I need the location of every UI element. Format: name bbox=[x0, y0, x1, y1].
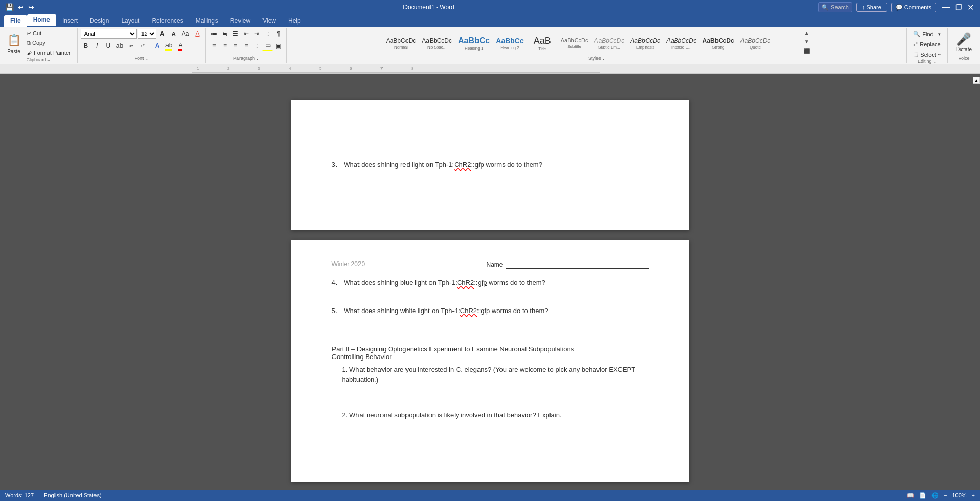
zoom-minus-button[interactable]: − bbox=[944, 492, 947, 498]
align-left-button[interactable]: ≡ bbox=[209, 41, 219, 51]
format-painter-button[interactable]: 🖌 Format Painter bbox=[25, 48, 73, 57]
style-name-normal: Normal bbox=[394, 45, 408, 50]
subscript-button[interactable]: x₂ bbox=[126, 41, 136, 51]
question-5-text[interactable]: What does shining white light on Tph-1:C… bbox=[344, 307, 548, 315]
tab-review[interactable]: Review bbox=[224, 15, 256, 27]
microphone-icon: 🎤 bbox=[956, 32, 971, 46]
dictate-button[interactable]: 🎤 Dictate bbox=[952, 30, 976, 54]
question-4-text[interactable]: What does shining blue light on Tph-1:Ch… bbox=[344, 279, 545, 287]
font-name-select[interactable]: Arial bbox=[81, 29, 137, 39]
style-item-subtitle[interactable]: AaBbCcDc Subtitle bbox=[558, 29, 591, 56]
part2-q2-text[interactable]: What neuronal subpopulation is likely in… bbox=[349, 411, 562, 419]
tab-view[interactable]: View bbox=[256, 15, 282, 27]
bullets-button[interactable]: ≔ bbox=[209, 29, 219, 39]
style-item-h1[interactable]: AaBbCc Heading 1 bbox=[456, 29, 492, 56]
justify-button[interactable]: ≡ bbox=[241, 41, 251, 51]
collapse-ribbon-button[interactable]: ▲ bbox=[973, 77, 980, 84]
highlight-button[interactable]: ab bbox=[163, 41, 174, 51]
undo-quick-button[interactable]: ↩ bbox=[17, 2, 25, 12]
editing-expand-icon[interactable]: ⌄ bbox=[933, 59, 937, 64]
paragraph-expand-icon[interactable]: ⌄ bbox=[256, 56, 259, 61]
styles-scroll-down-button[interactable]: ▼ bbox=[803, 39, 810, 44]
font-color-button[interactable]: A bbox=[175, 41, 185, 51]
text-effects-button[interactable]: A bbox=[152, 41, 162, 51]
part2-q2: 2. What neuronal subpopulation is likely… bbox=[332, 410, 649, 420]
read-mode-button[interactable]: 📖 bbox=[907, 492, 914, 499]
clear-formatting-button[interactable]: A bbox=[192, 29, 202, 39]
redo-quick-button[interactable]: ↪ bbox=[27, 2, 35, 12]
borders-button[interactable]: ▣ bbox=[273, 41, 283, 51]
shading-button[interactable]: ▭ bbox=[262, 41, 273, 51]
part2-q1-text[interactable]: What behavior are you interested in C. e… bbox=[342, 366, 636, 384]
clipboard-expand-icon[interactable]: ⌄ bbox=[47, 58, 51, 62]
part2-q1: 1. What behavior are you interested in C… bbox=[332, 365, 649, 385]
decrease-indent-button[interactable]: ⇤ bbox=[241, 29, 251, 39]
styles-expand-button[interactable]: ⬛ bbox=[803, 49, 810, 54]
bold-button[interactable]: B bbox=[81, 41, 91, 51]
numbering-button[interactable]: ≒ bbox=[220, 29, 230, 39]
svg-text:3: 3 bbox=[258, 66, 260, 71]
style-item-h2[interactable]: AaBbCc Heading 2 bbox=[493, 29, 526, 56]
multilevel-list-button[interactable]: ☰ bbox=[230, 29, 241, 39]
part2-q1-number: 1. bbox=[342, 366, 349, 373]
close-button[interactable]: ✕ bbox=[965, 3, 976, 12]
change-case-button[interactable]: Aa bbox=[180, 29, 192, 39]
show-marks-button[interactable]: ¶ bbox=[273, 29, 283, 39]
style-item-subtle-em[interactable]: AaBbCcDc Subtle Em... bbox=[592, 29, 627, 56]
tab-insert[interactable]: Insert bbox=[56, 15, 84, 27]
tab-help[interactable]: Help bbox=[282, 15, 307, 27]
grow-font-button[interactable]: A bbox=[157, 29, 168, 39]
style-item-emphasis[interactable]: AaBbCcDc Emphasis bbox=[628, 29, 663, 56]
sort-button[interactable]: ↕ bbox=[262, 29, 273, 39]
styles-scroll-up-button[interactable]: ▲ bbox=[803, 31, 810, 36]
style-name-intense-em: Intense E... bbox=[671, 45, 691, 50]
style-item-strong[interactable]: AaBbCcDc Strong bbox=[700, 29, 737, 56]
paste-button[interactable]: 📋 Paste bbox=[4, 31, 23, 55]
tab-mailings[interactable]: Mailings bbox=[189, 15, 224, 27]
strikethrough-button[interactable]: ab bbox=[114, 41, 125, 51]
minimize-button[interactable]: — bbox=[940, 3, 952, 12]
zoom-plus-button[interactable]: + bbox=[972, 492, 975, 498]
web-layout-button[interactable]: 🌐 bbox=[931, 492, 939, 499]
italic-button[interactable]: I bbox=[92, 41, 102, 51]
question-3-container: 3. What does shining red light on Tph-1:… bbox=[332, 161, 649, 169]
copy-button[interactable]: ⧉ Copy bbox=[25, 38, 73, 47]
replace-button[interactable]: ⇄ Replace bbox=[911, 40, 943, 49]
style-item-normal[interactable]: AaBbCcDc Normal bbox=[384, 29, 419, 56]
save-quick-button[interactable]: 💾 bbox=[4, 2, 15, 12]
tab-design[interactable]: Design bbox=[84, 15, 115, 27]
style-preview-normal: AaBbCcDc bbox=[386, 38, 416, 44]
align-center-button[interactable]: ≡ bbox=[220, 41, 230, 51]
question-5-section: 5. What does shining white light on Tph-… bbox=[332, 307, 649, 315]
tab-home[interactable]: Home bbox=[27, 14, 56, 27]
paste-label: Paste bbox=[7, 49, 20, 54]
line-spacing-button[interactable]: ↕ bbox=[252, 41, 262, 51]
align-right-button[interactable]: ≡ bbox=[230, 41, 241, 51]
name-line[interactable] bbox=[506, 260, 649, 269]
styles-expand-icon[interactable]: ⌄ bbox=[602, 56, 605, 61]
search-box[interactable]: 🔍 Search bbox=[818, 2, 852, 12]
font-size-select[interactable]: 12 bbox=[138, 29, 156, 39]
tab-layout[interactable]: Layout bbox=[115, 15, 146, 27]
style-item-quote[interactable]: AaBbCcDc Quote bbox=[738, 29, 773, 56]
underline-button[interactable]: U bbox=[103, 41, 113, 51]
question-3-text[interactable]: What does shining red light on Tph-1:ChR… bbox=[344, 161, 542, 169]
increase-indent-button[interactable]: ⇥ bbox=[252, 29, 262, 39]
style-item-intense-em[interactable]: AaBbCcDc Intense E... bbox=[664, 29, 699, 56]
comments-button[interactable]: 💬 Comments bbox=[891, 3, 936, 12]
print-layout-button[interactable]: 📄 bbox=[919, 492, 926, 499]
superscript-button[interactable]: x² bbox=[137, 41, 148, 51]
style-name-h2: Heading 2 bbox=[500, 45, 519, 50]
find-button[interactable]: 🔍 Find ▾ bbox=[911, 30, 943, 38]
style-item-title[interactable]: AaB Title bbox=[528, 29, 557, 56]
share-button[interactable]: ↑ Share bbox=[856, 3, 887, 12]
style-item-nospace[interactable]: AaBbCcDc No Spac... bbox=[419, 29, 455, 56]
cut-button[interactable]: ✂ Cut bbox=[25, 29, 73, 38]
font-expand-icon[interactable]: ⌄ bbox=[145, 56, 149, 61]
tab-references[interactable]: References bbox=[146, 15, 189, 27]
restore-button[interactable]: ❐ bbox=[953, 3, 964, 12]
select-button[interactable]: ⬚ Select ~ bbox=[911, 50, 943, 59]
shrink-font-button[interactable]: A bbox=[169, 29, 179, 39]
name-label: Name bbox=[486, 261, 503, 268]
tab-file[interactable]: File bbox=[4, 15, 27, 27]
